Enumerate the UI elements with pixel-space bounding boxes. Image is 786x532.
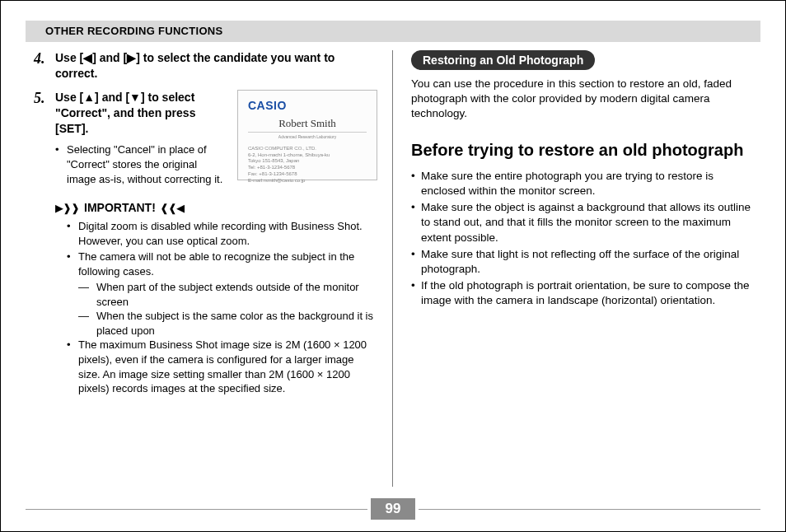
section-pill: Restoring an Old Photograph [411, 50, 595, 70]
card-logo: CASIO [248, 99, 367, 112]
bullet-item: •Make sure that light is not reflecting … [411, 247, 752, 277]
footer-line [26, 509, 367, 510]
dash-text: When part of the subject extends outside… [96, 280, 377, 309]
card-subtitle: Advanced Research Laboratory [248, 134, 367, 139]
manual-page: OTHER RECORDING FUNCTIONS 4. Use [◀] and… [0, 0, 786, 532]
bullet-item: •Make sure the object is against a backg… [411, 200, 752, 245]
bullet-icon: • [411, 169, 421, 198]
card-line: Tel: +81-3-1234-5678 [248, 165, 367, 171]
step-4: 4. Use [◀] and [▶] to select the candida… [34, 50, 377, 82]
bullet-icon: • [411, 278, 421, 308]
card-name: Robert Smith [248, 117, 367, 133]
step-text: Use [▲] and [▼] to select "Correct", and… [55, 90, 227, 137]
important-heading: ▶❱❱ IMPORTANT! ▶❱❱ [55, 201, 377, 214]
bullet-icon: • [411, 247, 421, 277]
speaker-left-icon: ▶❱❱ [161, 202, 185, 214]
card-line: Fax: +81-3-1234-5678 [248, 171, 367, 178]
step-sub-bullet: • Selecting "Cancel" in place of "Correc… [55, 142, 227, 186]
bullet-text: Make sure the object is against a backgr… [421, 200, 752, 245]
card-line: 6-2, Hon-machi 1-chome, Shibuya-ku [248, 152, 367, 159]
bullet-item: •Digital zoom is disabled while recordin… [67, 219, 377, 248]
bullet-text: If the old photograph is portrait orient… [421, 278, 752, 308]
bullet-icon: • [67, 250, 78, 278]
bullet-item: •The camera will not be able to recogniz… [67, 250, 377, 278]
dash-item: —When the subject is the same color as t… [78, 309, 377, 338]
subsection-heading: Before trying to restore an old photogra… [411, 140, 752, 161]
bullet-icon: • [55, 142, 67, 186]
step-text: Use [◀] and [▶] to select the candidate … [55, 50, 377, 82]
bullet-item: •The maximum Business Shot image size is… [67, 338, 377, 395]
card-line: Tokyo 151-8543, Japan [248, 158, 367, 165]
dash-icon: — [78, 280, 96, 309]
card-line: CASIO COMPUTER CO., LTD. [248, 146, 367, 152]
intro-text: You can use the procedure in this sectio… [411, 77, 752, 122]
bullet-item: •Make sure the entire photograph you are… [411, 169, 752, 198]
dash-text: When the subject is the same color as th… [96, 309, 377, 338]
step-number: 5. [34, 90, 55, 186]
dash-item: —When part of the subject extends outsid… [78, 280, 377, 309]
left-column: 4. Use [◀] and [▶] to select the candida… [26, 50, 393, 487]
bullet-icon: • [411, 200, 421, 245]
right-bullets: •Make sure the entire photograph you are… [411, 169, 752, 309]
right-column: Restoring an Old Photograph You can use … [393, 50, 760, 487]
step-sub-text: Selecting "Cancel" in place of "Correct"… [67, 142, 227, 186]
bullet-text: Make sure that light is not reflecting o… [421, 247, 752, 277]
step-5: 5. Use [▲] and [▼] to select "Correct", … [34, 90, 377, 186]
card-line: E-mail:rsmith@casio.co.jp [248, 178, 367, 184]
step-number: 4. [34, 50, 55, 82]
bullet-text: The camera will not be able to recognize… [78, 250, 377, 278]
bullet-item: •If the old photograph is portrait orien… [411, 278, 752, 308]
page-footer: 99 [26, 498, 760, 520]
section-header: OTHER RECORDING FUNCTIONS [26, 21, 760, 42]
speaker-right-icon: ▶❱❱ [55, 202, 79, 214]
bullet-text: Digital zoom is disabled while recording… [78, 219, 377, 248]
dash-icon: — [78, 309, 96, 338]
footer-line [419, 509, 760, 510]
bullet-text: The maximum Business Shot image size is … [78, 338, 377, 395]
page-number: 99 [371, 498, 416, 520]
bullet-icon: • [67, 219, 78, 248]
business-card-image: CASIO Robert Smith Advanced Research Lab… [237, 90, 377, 180]
bullet-icon: • [67, 338, 78, 395]
important-bullets: •Digital zoom is disabled while recordin… [67, 219, 377, 396]
important-label: IMPORTANT! [84, 201, 156, 214]
card-lines: CASIO COMPUTER CO., LTD. 6-2, Hon-machi … [248, 146, 367, 184]
two-column-layout: 4. Use [◀] and [▶] to select the candida… [26, 50, 760, 487]
bullet-text: Make sure the entire photograph you are … [421, 169, 752, 198]
